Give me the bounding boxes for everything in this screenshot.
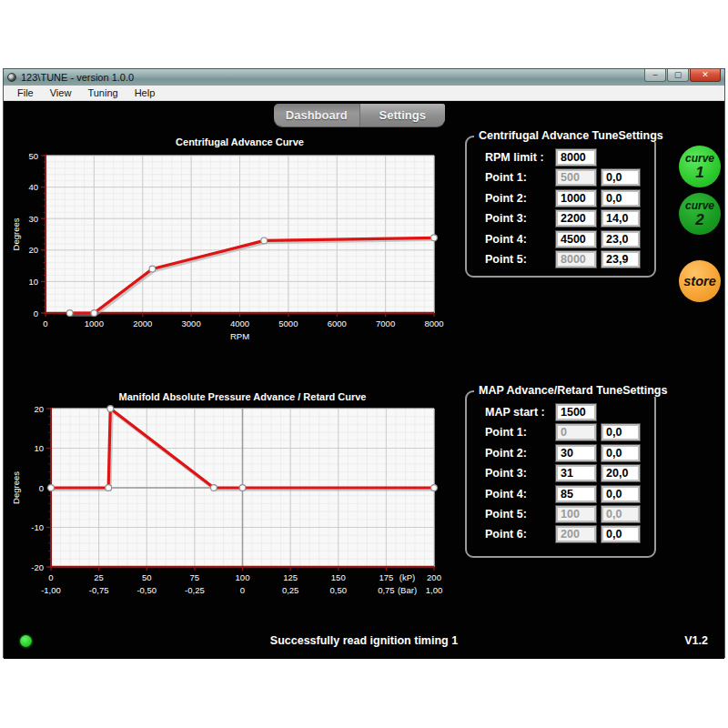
svg-text:4000: 4000 [230,318,249,329]
curve-point-marker[interactable] [261,238,268,244]
panel-row: RPM limit : [467,149,654,166]
svg-text:50: 50 [142,572,152,582]
svg-text:RPM: RPM [230,331,249,341]
curve-point-marker[interactable] [66,310,73,317]
svg-text:1000: 1000 [85,318,104,329]
svg-text:2000: 2000 [133,318,152,329]
panel-row: Point 2: [467,445,654,461]
svg-text:8000: 8000 [424,318,443,329]
row-label: Point 4: [485,488,527,500]
app-version: V1.2 [684,634,708,647]
curve-point-marker[interactable] [431,485,438,491]
value-input[interactable] [556,486,596,502]
curve-1-number: 1 [695,165,703,180]
value-input[interactable] [556,190,596,207]
row-label: Point 1: [485,171,527,184]
row-label: RPM limit : [485,151,544,164]
degrees-input[interactable] [602,251,640,268]
curve-point-marker[interactable] [91,310,97,317]
value-input [556,506,596,522]
degrees-input[interactable] [602,465,640,481]
svg-text:200: 200 [427,572,441,582]
app-icon [7,73,16,82]
row-label: Point 3: [485,212,527,225]
panel-row: Point 1: [467,424,654,440]
svg-text:0: 0 [240,585,245,595]
panel-row: Point 2: [467,190,654,207]
svg-text:0,25: 0,25 [282,585,299,595]
minimize-button[interactable]: – [644,69,666,82]
panel-row: Point 4: [467,486,654,502]
svg-text:-10: -10 [31,522,44,532]
degrees-input[interactable] [602,169,640,186]
degrees-input[interactable] [602,424,640,440]
svg-text:6000: 6000 [328,318,347,329]
menu-bar: FileViewTuningHelp [4,86,724,101]
curve-point-marker[interactable] [106,485,112,491]
store-button[interactable]: store [679,260,721,302]
degrees-input[interactable] [602,190,640,207]
svg-text:20: 20 [34,404,44,414]
menu-item-view[interactable]: View [42,86,80,101]
value-input[interactable] [556,445,596,461]
app-window: 123\TUNE - version 1.0.0 – ▢ ✕ FileViewT… [3,68,725,658]
svg-text:20: 20 [28,245,38,255]
row-label: Point 2: [485,447,527,460]
map-advance-retard-chart: -20-10010200255075100125150175200-1,00-0… [8,388,454,615]
maximize-button[interactable]: ▢ [667,69,689,82]
value-input[interactable] [556,404,596,420]
curve-point-marker[interactable] [48,485,55,491]
curve-point-marker[interactable] [149,266,156,272]
panel-row: MAP start : [467,404,654,420]
degrees-input[interactable] [602,526,640,542]
menu-item-tuning[interactable]: Tuning [79,86,126,101]
menu-item-file[interactable]: File [9,86,42,101]
value-input[interactable] [556,149,596,166]
close-button[interactable]: ✕ [690,69,721,82]
value-input[interactable] [556,231,596,248]
value-input[interactable] [556,465,596,481]
panel-row: Point 5: [467,251,654,268]
panel-row: Point 4: [467,231,654,248]
degrees-input[interactable] [602,231,640,248]
svg-text:1,00: 1,00 [426,585,443,595]
svg-text:175: 175 [379,572,393,582]
curve-1-button[interactable]: curve 1 [679,146,721,187]
status-message: Successfully read ignition timing 1 [4,634,724,647]
client-area: Dashboard Settings 010203040500100020003… [4,101,724,659]
map-tunesettings-panel: MAP Advance/Retard TuneSettings MAP star… [465,390,656,558]
tab-settings[interactable]: Settings [360,104,446,126]
curve-point-marker[interactable] [239,485,246,491]
centrifugal-advance-chart: 0102030405001000200030004000500060007000… [8,133,454,356]
row-label: Point 4: [485,233,527,246]
curve-point-marker[interactable] [107,406,114,412]
row-label: Point 2: [485,192,527,205]
svg-text:50: 50 [28,151,38,161]
row-label: Point 3: [485,467,527,480]
degrees-input[interactable] [602,210,640,227]
value-input [556,424,596,440]
degrees-input[interactable] [602,486,640,502]
menu-item-help[interactable]: Help [126,86,164,101]
svg-text:0,50: 0,50 [330,585,348,595]
svg-text:25: 25 [94,572,104,582]
centrifugal-tunesettings-panel: Centrifugal Advance TuneSettings RPM lim… [465,136,656,278]
svg-text:Degrees: Degrees [11,471,21,504]
title-bar[interactable]: 123\TUNE - version 1.0.0 – ▢ ✕ [4,69,724,86]
value-input[interactable] [556,210,596,227]
panel-title: MAP Advance/Retard TuneSettings [474,384,672,397]
panel-row: Point 3: [467,465,654,481]
degrees-input[interactable] [602,445,640,461]
value-input [556,251,596,268]
curve-point-marker[interactable] [211,485,217,491]
curve-2-button[interactable]: curve 2 [679,193,721,235]
svg-text:40: 40 [28,182,38,192]
store-label: store [683,275,715,288]
svg-text:150: 150 [331,572,346,582]
svg-text:(Bar): (Bar) [398,585,417,595]
curve-2-label: curve [685,200,714,211]
curve-1-label: curve [685,153,714,164]
tab-dashboard[interactable]: Dashboard [274,104,360,126]
curve-point-marker[interactable] [431,235,438,241]
degrees-input [602,506,640,522]
